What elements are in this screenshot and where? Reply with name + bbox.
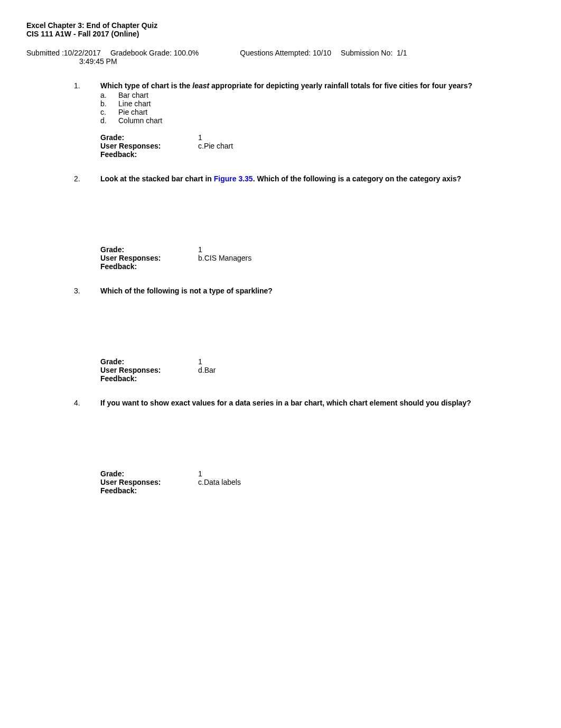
user-responses-value: c.Data labels [198,478,241,486]
gradebook-label: Gradebook Grade: [110,49,172,57]
option-letter: c. [100,108,118,116]
submitted-time: 3:49:45 PM [79,57,535,66]
option-d: d.Column chart [100,116,535,125]
user-responses-label: User Responses: [100,142,198,150]
question-text: Look at the stacked bar chart in Figure … [100,174,535,183]
question-4: 4. If you want to show exact values for … [74,399,535,495]
feedback-label: Feedback: [100,262,198,271]
question-number: 2. [74,174,100,271]
question-text-post: appropriate for depicting yearly rainfal… [209,81,472,90]
grade-value: 1 [198,245,202,254]
option-text: Bar chart [118,91,148,99]
figure-link[interactable]: Figure 3.35 [214,174,253,183]
grade-label: Grade: [100,469,198,478]
question-text: Which type of chart is the least appropr… [100,81,535,90]
course-info: CIS 111 A1W - Fall 2017 (Online) [26,30,535,38]
question-text: Which of the following is not a type of … [100,287,535,295]
grade-value: 1 [198,469,202,478]
grade-label: Grade: [100,245,198,254]
quiz-title: Excel Chapter 3: End of Chapter Quiz [26,21,535,30]
user-responses-label: User Responses: [100,254,198,262]
option-b: b.Line chart [100,99,535,108]
question-1: 1. Which type of chart is the least appr… [74,81,535,159]
question-text: If you want to show exact values for a d… [100,399,535,407]
question-number: 3. [74,287,100,383]
user-responses-value: c.Pie chart [198,142,233,150]
option-c: c.Pie chart [100,108,535,116]
grade-label: Grade: [100,133,198,142]
questions-attempted-value: 10/10 [313,49,331,57]
question-text-pre: Which type of chart is the [100,81,192,90]
feedback-label: Feedback: [100,486,198,495]
submission-no-value: 1/1 [397,49,407,57]
submission-summary: Submitted :10/22/2017 Gradebook Grade: 1… [26,49,535,57]
question-text-post: . Which of the following is a category o… [253,174,461,183]
question-options: a.Bar chart b.Line chart c.Pie chart d.C… [100,91,535,125]
question-number: 4. [74,399,100,495]
option-letter: a. [100,91,118,99]
feedback-label: Feedback: [100,374,198,383]
option-text: Line chart [118,99,151,108]
submitted-date: 10/22/2017 [64,49,101,57]
option-text: Pie chart [118,108,147,116]
user-responses-value: b.CIS Managers [198,254,251,262]
feedback-label: Feedback: [100,150,198,159]
option-letter: d. [100,116,118,125]
question-text-pre: Look at the stacked bar chart in [100,174,214,183]
question-text-italic: least [192,81,209,90]
grade-value: 1 [198,133,202,142]
grade-value: 1 [198,357,202,366]
submission-no-label: Submission No: [341,49,392,57]
questions-attempted-label: Questions Attempted: [240,49,311,57]
question-2: 2. Look at the stacked bar chart in Figu… [74,174,535,271]
option-a: a.Bar chart [100,91,535,99]
user-responses-label: User Responses: [100,366,198,374]
option-letter: b. [100,99,118,108]
option-text: Column chart [118,116,162,125]
question-3: 3. Which of the following is not a type … [74,287,535,383]
grade-label: Grade: [100,357,198,366]
user-responses-value: d.Bar [198,366,216,374]
user-responses-label: User Responses: [100,478,198,486]
question-number: 1. [74,81,100,159]
submitted-label: Submitted : [26,49,64,57]
gradebook-value: 100.0% [174,49,199,57]
